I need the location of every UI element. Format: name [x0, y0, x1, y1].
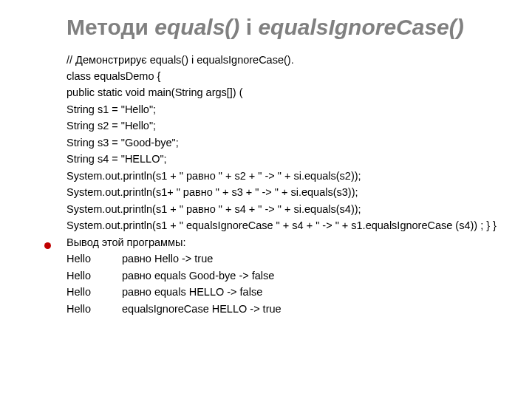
output-row: Hello равно Hello -> true — [66, 250, 510, 267]
output-block: Hello равно Hello -> true Hello равно eq… — [66, 250, 510, 317]
code-line: System.out.println(s1 + " равно " + s4 +… — [66, 201, 510, 217]
output-col2: равно equals HELLO -> false — [122, 284, 262, 300]
code-block: // Демонстрирує equals() і equalsIgnoreC… — [66, 52, 510, 234]
bullet-icon — [44, 242, 51, 249]
code-line: public static void main(String args[]) ( — [66, 84, 510, 100]
title-mid: і — [239, 15, 258, 39]
output-col1: Hello — [66, 301, 122, 317]
output-heading-row: Вывод этой программы: — [44, 234, 510, 250]
output-col1: Hello — [66, 284, 122, 300]
code-line: String s1 = "Hello"; — [66, 101, 510, 117]
output-row: Hello равно equals HELLO -> false — [66, 284, 510, 300]
code-line: String s4 = "HELLO"; — [66, 151, 510, 167]
code-line: String s3 = "Good-bye"; — [66, 134, 510, 151]
code-line: System.out.println(s1 + " равно " + s2 +… — [66, 168, 510, 184]
output-col2: равно Hello -> true — [122, 250, 213, 267]
output-col1: Hello — [66, 267, 122, 284]
title-prefix: Методи — [66, 15, 154, 39]
code-line: String s2 = "Hello"; — [66, 117, 510, 134]
title-method-2: equalsIgnoreCase() — [258, 15, 463, 39]
output-col2: равно equals Good-bye -> false — [122, 267, 274, 284]
code-line: // Демонстрирує equals() і equalsIgnoreC… — [66, 52, 510, 68]
code-line: System.out.println(s1+ " равно " + s3 + … — [66, 184, 510, 200]
slide-title: Методи equals() і equalsIgnoreCase() — [66, 13, 510, 41]
code-line: class equalsDemo { — [66, 68, 510, 84]
code-line: System.out.println(s1 + " equalsIgnoreCa… — [66, 217, 510, 233]
output-heading: Вывод этой программы: — [66, 234, 185, 250]
output-col2: equalsIgnoreCase HELLO -> true — [122, 301, 282, 317]
output-col1: Hello — [66, 250, 122, 267]
output-row: Hello равно equals Good-bye -> false — [66, 267, 510, 284]
output-row: Hello equalsIgnoreCase HELLO -> true — [66, 301, 510, 317]
title-method-1: equals() — [154, 15, 239, 39]
